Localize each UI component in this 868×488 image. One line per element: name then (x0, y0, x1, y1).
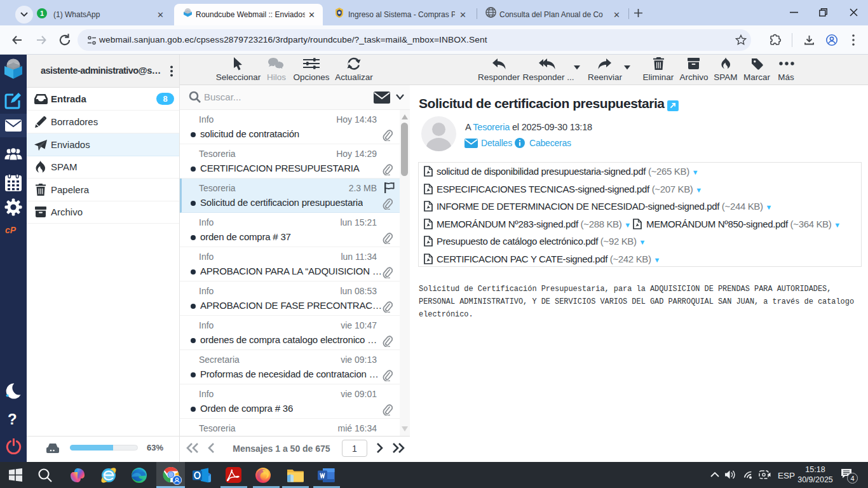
svg-text:4: 4 (850, 475, 854, 482)
svg-text:1: 1 (40, 10, 44, 17)
